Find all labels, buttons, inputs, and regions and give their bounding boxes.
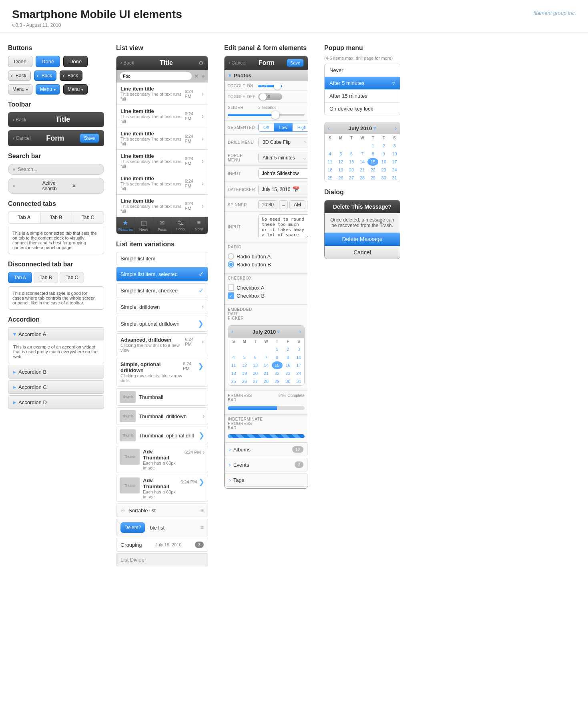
cal-day-5[interactable]: 5 [239, 353, 250, 361]
cal-day-22[interactable]: 22 [272, 369, 283, 377]
spinner-time-down[interactable]: – [279, 200, 288, 209]
sort-handle[interactable]: ≡ [201, 507, 204, 514]
pm-after5[interactable]: After 5 minutes ▿ [325, 77, 400, 90]
dtab-a[interactable]: Tab A [8, 272, 32, 283]
drill-menu-button[interactable]: 3D Cube Flip › [258, 137, 308, 147]
list-item[interactable]: Line item title This secondary line of t… [116, 150, 208, 172]
popup-menu-button[interactable]: After 5 minutes ⌵ [258, 153, 308, 163]
done-button-dark[interactable]: Done [63, 56, 88, 67]
panel-back-button[interactable]: ‹ Back [120, 60, 134, 66]
list-item[interactable]: Line item title This secondary line of t… [116, 195, 208, 217]
cal-day-9[interactable]: 9 [283, 353, 293, 361]
coll-albums[interactable]: › Albums 12 [225, 443, 308, 456]
rcal-day-18[interactable]: 18 [325, 166, 335, 174]
panel-gear-icon[interactable]: ⚙ [199, 60, 204, 66]
seg-low[interactable]: Low [274, 123, 292, 131]
cal-day-11[interactable]: 11 [228, 361, 239, 369]
seg-off[interactable]: Off [259, 123, 274, 131]
search-clear-button[interactable]: ✕ [72, 183, 100, 189]
cal-day-19[interactable]: 19 [239, 369, 250, 377]
cal-day-29[interactable]: 29 [272, 377, 283, 385]
lv-deletable[interactable]: Delete? ble list ≡ [116, 519, 208, 536]
embedded-cal-prev[interactable]: ‹ [231, 328, 233, 335]
tab-b-connected[interactable]: Tab B [40, 212, 72, 223]
cal-day-16[interactable]: 16 [283, 361, 293, 369]
cal-day-21[interactable]: 21 [261, 369, 271, 377]
right-cal-next[interactable]: › [395, 125, 397, 132]
rcal-day-29[interactable]: 29 [367, 174, 378, 182]
lv-thumbnail-optional[interactable]: Thumb Thumbnail, optional drill ❯ [116, 427, 208, 444]
cal-day-8[interactable]: 8 [272, 353, 283, 361]
slider-thumb[interactable] [271, 111, 279, 119]
rcal-day-22[interactable]: 22 [367, 166, 378, 174]
cal-day-14[interactable]: 14 [261, 361, 271, 369]
list-item[interactable]: Line item title This secondary line of t… [116, 127, 208, 150]
checkbox-option-a[interactable]: Checkbox A [228, 284, 265, 291]
ep-cancel-button[interactable]: ‹ Cancel [229, 60, 247, 66]
search-input[interactable] [18, 167, 100, 172]
tab-bar-shop[interactable]: 🛍Shop [171, 217, 190, 234]
cal-day-3[interactable]: 3 [293, 345, 304, 353]
slider-control[interactable] [228, 112, 305, 118]
ep-photos-arrow[interactable]: ▾ [229, 72, 231, 79]
pm-devicelock[interactable]: On device key lock [325, 103, 400, 115]
lv-checked[interactable]: Simple list item, checked ✓ [116, 283, 208, 298]
rcal-day-15[interactable]: 15 [367, 158, 378, 166]
back-button-dark[interactable]: Back [60, 70, 82, 81]
rcal-day-31[interactable]: 31 [389, 174, 400, 182]
cal-day-23[interactable]: 23 [283, 369, 293, 377]
rcal-day-4[interactable]: 4 [325, 150, 335, 158]
right-cal-prev[interactable]: ‹ [328, 125, 330, 132]
toolbar-back-button[interactable]: ‹ Back [13, 117, 26, 123]
menu-button-default[interactable]: Menu [8, 84, 32, 95]
dialog-cancel-button[interactable]: Cancel [325, 246, 400, 259]
radio-option-a[interactable]: Radio button A [228, 253, 271, 260]
rcal-day-16[interactable]: 16 [378, 158, 389, 166]
menu-button-blue[interactable]: Menu [36, 84, 60, 95]
lv-advanced[interactable]: Advanced, drilldown Clicking the row dri… [116, 333, 208, 356]
accordion-header-b[interactable]: ▸ Accordion B [8, 365, 104, 378]
toolbar-save-button[interactable]: Save [80, 133, 99, 143]
rcal-day-11[interactable]: 11 [325, 158, 335, 166]
delete-button[interactable]: Delete? [120, 522, 145, 533]
rcal-day-21[interactable]: 21 [357, 166, 368, 174]
lv-thumbnail[interactable]: Thumb Thumbnail [116, 388, 208, 406]
pm-after15[interactable]: After 15 minutes [325, 90, 400, 103]
done-button-blue[interactable]: Done [36, 56, 60, 67]
rcal-day-23[interactable]: 23 [378, 166, 389, 174]
accordion-header-c[interactable]: ▸ Accordion C [8, 381, 104, 393]
rcal-day-3[interactable]: 3 [389, 142, 400, 150]
cal-day-12[interactable]: 12 [239, 361, 250, 369]
rcal-day-28[interactable]: 28 [357, 174, 368, 182]
cal-day-13[interactable]: 13 [250, 361, 261, 369]
cal-day-2[interactable]: 2 [283, 345, 293, 353]
deletable-handle[interactable]: ≡ [201, 524, 204, 531]
input-field[interactable] [258, 168, 308, 179]
rcal-day-14[interactable]: 14 [357, 158, 368, 166]
lv-simple[interactable]: Simple list item [116, 252, 208, 265]
cal-day-27[interactable]: 27 [250, 377, 261, 385]
dtab-c[interactable]: Tab C [60, 272, 84, 283]
pm-never[interactable]: Never [325, 64, 400, 77]
cal-day-17[interactable]: 17 [293, 361, 304, 369]
toggle-off-button[interactable]: Off [258, 93, 282, 100]
lv-adv-thumbnail-2[interactable]: Thumb Adv. Thumbnail Each has a 60px ima… [116, 475, 208, 502]
datepicker-button[interactable]: July 15, 2010 📅 [258, 184, 308, 195]
tab-bar-news[interactable]: ◫News [135, 217, 153, 234]
cal-day-28[interactable]: 28 [261, 377, 271, 385]
accordion-header-d[interactable]: ▸ Accordion D [8, 396, 104, 409]
coll-events[interactable]: › Events 7 [225, 458, 308, 471]
cal-day-15[interactable]: 15 [272, 361, 283, 369]
rcal-day-6[interactable]: 6 [346, 150, 357, 158]
rcal-day-20[interactable]: 20 [346, 166, 357, 174]
cal-day-7[interactable]: 7 [261, 353, 271, 361]
lv-selected[interactable]: Simple list item, selected ✓ [116, 267, 208, 282]
back-button-default[interactable]: Back [8, 70, 31, 81]
rcal-day-1[interactable]: 1 [367, 142, 378, 150]
lv-grouping[interactable]: Grouping July 15, 2010 3 [116, 538, 208, 552]
tab-bar-posts[interactable]: ✉Posts [153, 217, 172, 234]
rcal-day-2[interactable]: 2 [378, 142, 389, 150]
rcal-day-19[interactable]: 19 [335, 166, 346, 174]
lv-adv-thumbnail-1[interactable]: Thumb Adv. Thumbnail Each has a 60px ima… [116, 446, 208, 473]
checkbox-option-b[interactable]: ✓ Checkbox B [228, 292, 265, 299]
